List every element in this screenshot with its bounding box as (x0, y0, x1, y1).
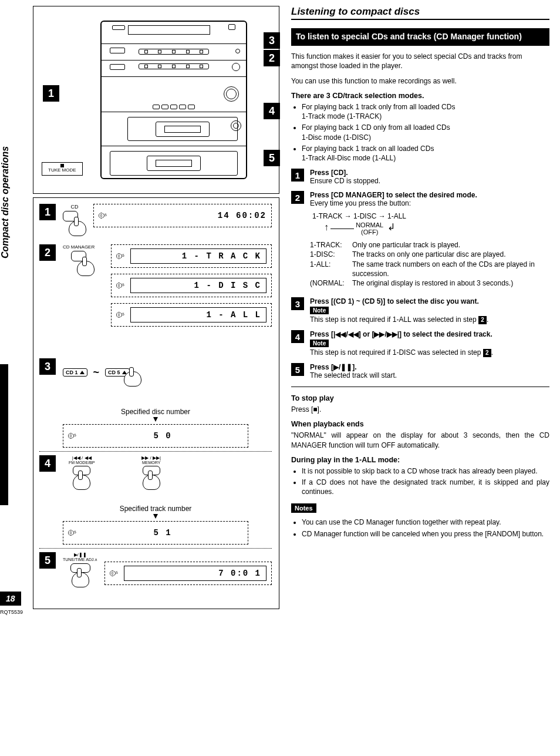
text-step-2: 2 Press [CD MANAGER] to select the desir… (291, 191, 549, 291)
text-step-2-num: 2 (291, 191, 304, 204)
press-hand-icon (124, 371, 141, 387)
text-step-2-body: Every time you press the button: (310, 199, 549, 207)
mode-item: For playing back 1 track on all loaded C… (302, 144, 549, 163)
lcd-panel-1disc: 🄋⁵ 1 - D I S C (111, 274, 272, 297)
modes-heading: There are 3 CD/track selection modes. (291, 92, 549, 100)
modes-list: For playing back 1 track only from all l… (291, 102, 549, 163)
stop-body: Press [■]. (291, 405, 549, 414)
callout-1: 1 (43, 85, 59, 102)
press-hand-icon (69, 221, 86, 236)
lcd-disc-value: 5 0 (82, 431, 243, 441)
text-step-5-body: The selected track will start. (310, 371, 549, 379)
mode-flow-normal: ↑ NORMAL (OFF) ↲ (310, 221, 549, 236)
text-step-1-num: 1 (291, 169, 304, 182)
text-step-3-num: 3 (291, 297, 304, 310)
prev-btn-top-label: |◀◀ / ◀◀ (69, 455, 95, 461)
callout-5: 5 (264, 150, 280, 166)
mode-item: For playing back 1 CD only from all load… (302, 123, 549, 142)
diagram-step-1-num: 1 (39, 204, 56, 220)
end-body: "NORMAL" will appear on the display for … (291, 431, 549, 449)
diagram-step-2-num: 2 (39, 244, 56, 261)
diagram-step-4: 4 |◀◀ / ◀◀ FM MODE/BP ▶▶ / ▶▶| MEMORY (39, 455, 272, 496)
specified-track-caption: Specified track number (39, 505, 272, 513)
lcd-track-value: 5 1 (82, 528, 243, 537)
lcd-value-1: 14 60:02 (218, 211, 266, 220)
text-step-3: 3 Press [(CD 1) ~ (CD 5)] to select the … (291, 297, 549, 324)
lcd-panel-1track: 🄋⁵ 1 - T R A C K (111, 244, 272, 268)
lcd-panel-1all: 🄋⁵ 1 - A L L (111, 303, 272, 327)
diagram-step-2: 2 CD MANAGER 🄋⁵ 1 - T R A C K (39, 244, 272, 350)
text-step-4-title: Press [|◀◀/◀◀] or [▶▶/▶▶|] to select the… (310, 330, 549, 338)
text-step-5: 5 Press [▶/❚❚]. The selected track will … (291, 363, 549, 379)
right-text-column: Listening to compact discs To listen to … (291, 6, 549, 545)
text-step-4: 4 Press [|◀◀/◀◀] or [▶▶/▶▶|] to select t… (291, 330, 549, 357)
page-number: 18 (0, 592, 21, 606)
callout-3: 3 (264, 32, 280, 49)
text-step-4-num: 4 (291, 330, 304, 343)
lcd-track-number: 🄋⁵ 5 1 (63, 521, 248, 545)
during-heading: During play in the 1-ALL mode: (291, 456, 549, 464)
press-hand-icon (72, 572, 89, 587)
text-step-1: 1 Press [CD]. Ensure CD is stopped. (291, 169, 549, 185)
text-step-5-num: 5 (291, 363, 304, 376)
play-btn-bot-label: TUNE/TIME ADJ.∧ (63, 557, 97, 562)
tuke-mode-button: TUKE MODE (42, 162, 83, 176)
text-step-2-title: Press [CD MANAGER] to select the desired… (310, 191, 549, 199)
notes-list: You can use the CD Manager function toge… (291, 518, 549, 538)
stop-heading: To stop play (291, 394, 549, 402)
text-step-4-body: This step is not required if 1-DISC was … (310, 348, 549, 357)
lcd-playing-value: 7 0:0 1 (218, 569, 261, 578)
steps-diagram-box: 1 CD 🄋⁵ 14 60:02 2 (33, 197, 279, 609)
side-tab-label: Compact disc operations (0, 146, 11, 258)
cd-button-label: CD (63, 204, 86, 210)
intro-para-1: This function makes it easier for you to… (291, 52, 549, 70)
note-badge: Note (310, 340, 329, 347)
callout-4: 4 (264, 103, 280, 119)
document-id: RQT5539 (0, 609, 23, 615)
during-item: It is not possible to skip back to a CD … (302, 466, 549, 476)
feature-heading: To listen to special CDs and tracks (CD … (291, 28, 549, 46)
during-item: If a CD does not have the designated tra… (302, 478, 549, 496)
next-btn-top-label: ▶▶ / ▶▶| (141, 455, 161, 461)
text-step-5-title: Press [▶/❚❚]. (310, 363, 549, 371)
side-tab-box (0, 364, 8, 505)
notes-item: CD Manager function will be canceled whe… (302, 529, 549, 539)
device-diagram: 1 3 2 4 5 TUKE MODE (33, 6, 279, 194)
press-hand-icon (73, 475, 90, 490)
lcd-1track: 1 - T R A C K (182, 251, 261, 261)
end-heading: When playback ends (291, 420, 549, 428)
during-list: It is not possible to skip back to a CD … (291, 466, 549, 497)
text-step-3-body: This step is not required if 1-ALL was s… (310, 315, 549, 324)
intro-para-2: You can use this function to make record… (291, 76, 549, 86)
diagram-step-3-num: 3 (39, 358, 56, 375)
lcd-playing: 🄋⁵ 7 0:0 1 (104, 562, 272, 585)
prev-btn-bot-label: FM MODE/BP (69, 461, 95, 465)
notes-badge: Notes (291, 503, 316, 513)
press-hand-icon (77, 261, 95, 276)
lcd-disc-number: 🄋⁵ 5 0 (63, 424, 248, 448)
diagram-step-1: 1 CD 🄋⁵ 14 60:02 (39, 204, 272, 236)
step-ref-icon: 2 (483, 349, 491, 357)
step-ref-icon: 2 (478, 316, 487, 324)
notes-item: You can use the CD Manager function toge… (302, 518, 549, 527)
text-step-3-title: Press [(CD 1) ~ (CD 5)] to select the di… (310, 297, 549, 305)
lcd-1all: 1 - A L L (206, 310, 261, 320)
note-badge: Note (310, 307, 329, 314)
tilde: ~ (93, 367, 100, 379)
diagram-step-3: 3 CD 1 ~ CD 5 (39, 358, 272, 399)
lcd-1disc: 1 - D I S C (194, 281, 261, 290)
next-btn-bot-label: MEMORY (141, 461, 161, 465)
tuke-mode-label: TUKE MODE (48, 167, 76, 173)
play-btn-top-label: ▶/❚❚ (63, 552, 97, 557)
mode-item: For playing back 1 track only from all l… (302, 102, 549, 121)
specified-disc-caption: Specified disc number (39, 408, 272, 416)
diagram-step-4-num: 4 (39, 455, 56, 472)
left-illustration-column: 1 3 2 4 5 TUKE MODE (33, 6, 279, 609)
cd-manager-button-label: CD MANAGER (63, 244, 104, 250)
diagram-step-5-num: 5 (39, 552, 56, 569)
text-step-1-title: Press [CD]. (310, 169, 549, 177)
text-step-1-body: Ensure CD is stopped. (310, 177, 549, 185)
lcd-panel-1: 🄋⁵ 14 60:02 (93, 204, 272, 227)
stereo-unit-drawing (100, 21, 247, 179)
diagram-step-5: 5 ▶/❚❚ TUNE/TIME ADJ.∧ 🄋⁵ 7 0:0 1 (39, 552, 272, 599)
